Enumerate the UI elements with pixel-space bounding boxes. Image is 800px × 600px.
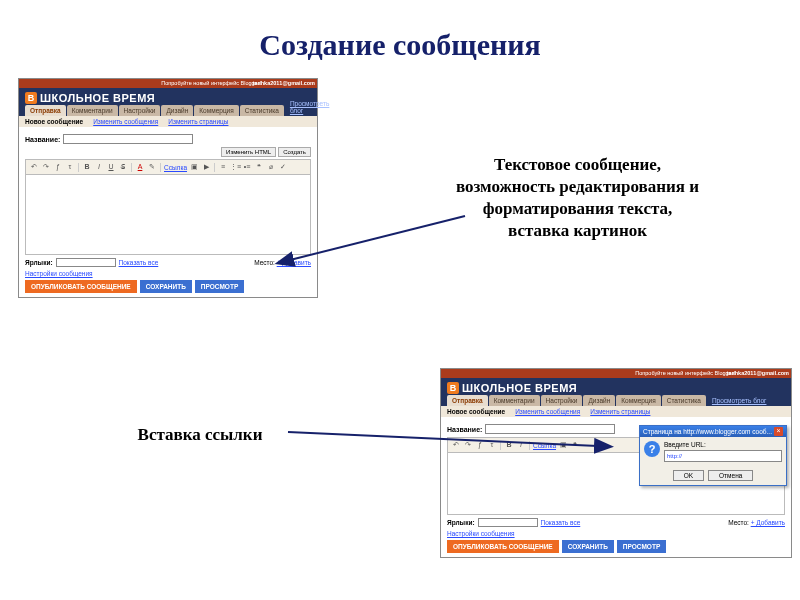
sub-edit-posts[interactable]: Изменить сообщения: [93, 118, 158, 125]
italic-icon[interactable]: I: [516, 440, 526, 450]
dialog-body: ? Введите URL:: [640, 437, 786, 466]
font-icon[interactable]: ƒ: [53, 162, 63, 172]
ok-button[interactable]: OK: [673, 470, 704, 481]
sub-new-post[interactable]: Новое сообщение: [25, 118, 83, 125]
url-input[interactable]: [664, 450, 782, 462]
tab-design[interactable]: Дизайн: [583, 395, 615, 406]
screenshot-link-dialog: Попробуйте новый интерфейс Blogger! tash…: [440, 368, 792, 558]
title-input[interactable]: [63, 134, 193, 144]
sub-edit-pages[interactable]: Изменить страницы: [168, 118, 228, 125]
underline-icon[interactable]: U: [106, 162, 116, 172]
spellcheck-icon[interactable]: ✓: [278, 162, 288, 172]
action-row: ОПУБЛИКОВАТЬ СООБЩЕНИЕ СОХРАНИТЬ ПРОСМОТ…: [447, 540, 785, 553]
annotation-text-editing: Текстовое сообщение, возможность редакти…: [455, 154, 700, 242]
subbar: Новое сообщение Изменить сообщения Измен…: [441, 406, 791, 417]
dialog-titlebar: Страница на http://www.blogger.com сооб.…: [640, 426, 786, 437]
tab-send[interactable]: Отправка: [447, 395, 488, 406]
tags-input[interactable]: [56, 258, 116, 267]
font-icon[interactable]: ƒ: [475, 440, 485, 450]
preview-button[interactable]: ПРОСМОТР: [195, 280, 244, 293]
fontsize-icon[interactable]: τ: [487, 440, 497, 450]
tab-comments[interactable]: Комментарии: [489, 395, 540, 406]
post-settings-link[interactable]: Настройки сообщения: [447, 530, 785, 537]
tags-row: Ярлыки: Показать все Место: + Добавить: [25, 258, 311, 267]
editor-textarea[interactable]: [25, 175, 311, 255]
sub-edit-pages[interactable]: Изменить страницы: [590, 408, 650, 415]
top-strip: Попробуйте новый интерфейс Blogger! tash…: [441, 369, 791, 378]
redo-icon[interactable]: ↷: [463, 440, 473, 450]
tab-send[interactable]: Отправка: [25, 105, 66, 116]
title-row: Название:: [25, 134, 311, 144]
title-input[interactable]: [485, 424, 615, 434]
tags-label: Ярлыки:: [25, 259, 53, 266]
save-button[interactable]: СОХРАНИТЬ: [562, 540, 614, 553]
edit-html-button[interactable]: Изменить HTML: [221, 147, 276, 157]
bulletlist-icon[interactable]: •≡: [242, 162, 252, 172]
tab-stats[interactable]: Статистика: [240, 105, 284, 116]
undo-icon[interactable]: ↶: [29, 162, 39, 172]
tab-stats[interactable]: Статистика: [662, 395, 706, 406]
place-label: Место:: [254, 259, 275, 266]
sub-edit-posts[interactable]: Изменить сообщения: [515, 408, 580, 415]
tabs: Отправка Комментарии Настройки Дизайн Ко…: [25, 98, 334, 116]
italic-icon[interactable]: I: [94, 162, 104, 172]
quote-icon[interactable]: ❝: [254, 162, 264, 172]
strike-icon[interactable]: S̶: [118, 162, 128, 172]
add-place-link[interactable]: + Добавить: [751, 519, 785, 526]
show-all-tags[interactable]: Показать все: [541, 519, 581, 526]
image-icon[interactable]: ▣: [189, 162, 199, 172]
redo-icon[interactable]: ↷: [41, 162, 51, 172]
top-strip: Попробуйте новый интерфейс Blogger! tash…: [19, 79, 317, 88]
tab-settings[interactable]: Настройки: [119, 105, 161, 116]
link-button[interactable]: Ссылка: [164, 164, 187, 171]
sub-new-post[interactable]: Новое сообщение: [447, 408, 505, 415]
bold-icon[interactable]: B: [504, 440, 514, 450]
bold-icon[interactable]: B: [82, 162, 92, 172]
remove-format-icon[interactable]: ⌀: [266, 162, 276, 172]
preview-button[interactable]: ПРОСМОТР: [617, 540, 666, 553]
tab-design[interactable]: Дизайн: [161, 105, 193, 116]
compose-button[interactable]: Создать: [278, 147, 311, 157]
view-blog-link[interactable]: Просмотреть блог: [285, 98, 334, 116]
publish-button[interactable]: ОПУБЛИКОВАТЬ СООБЩЕНИЕ: [447, 540, 559, 553]
highlight-icon[interactable]: ✎: [147, 162, 157, 172]
close-icon[interactable]: ×: [774, 427, 783, 436]
show-all-tags[interactable]: Показать все: [119, 259, 159, 266]
tab-comments[interactable]: Комментарии: [67, 105, 118, 116]
image-icon[interactable]: ▣: [558, 440, 568, 450]
video-icon[interactable]: ▶: [201, 162, 211, 172]
link-button[interactable]: Ссылка: [533, 442, 556, 449]
tab-commerce[interactable]: Коммерция: [616, 395, 660, 406]
tags-row: Ярлыки: Показать все Место: + Добавить: [447, 518, 785, 527]
view-blog-link[interactable]: Просмотреть блог: [707, 395, 772, 406]
try-new-link[interactable]: Попробуйте новый интерфейс Blogger!: [161, 79, 261, 88]
question-icon: ?: [644, 441, 660, 457]
tab-commerce[interactable]: Коммерция: [194, 105, 238, 116]
cancel-button[interactable]: Отмена: [708, 470, 753, 481]
tab-settings[interactable]: Настройки: [541, 395, 583, 406]
tags-input[interactable]: [478, 518, 538, 527]
toolbar: ↶ ↷ ƒ τ B I U S̶ A ✎ Ссылка ▣ ▶ ≡ ⋮≡ •≡ …: [25, 159, 311, 175]
add-place-link[interactable]: + Добавить: [277, 259, 311, 266]
numlist-icon[interactable]: ⋮≡: [230, 162, 240, 172]
user-email: tashka2011@gmail.com: [727, 369, 789, 378]
action-row: ОПУБЛИКОВАТЬ СООБЩЕНИЕ СОХРАНИТЬ ПРОСМОТ…: [25, 280, 311, 293]
url-dialog: Страница на http://www.blogger.com сооб.…: [639, 425, 787, 486]
undo-icon[interactable]: ↶: [451, 440, 461, 450]
header: B ШКОЛЬНОЕ ВРЕМЯ Отправка Комментарии На…: [441, 378, 791, 406]
content-area: Название: Изменить HTML Создать ↶ ↷ ƒ τ …: [19, 127, 317, 297]
align-icon[interactable]: ≡: [218, 162, 228, 172]
textcolor-icon[interactable]: A: [135, 162, 145, 172]
subbar: Новое сообщение Изменить сообщения Измен…: [19, 116, 317, 127]
mode-row: Изменить HTML Создать: [25, 147, 311, 157]
tabs: Отправка Комментарии Настройки Дизайн Ко…: [447, 395, 771, 406]
try-new-link[interactable]: Попробуйте новый интерфейс Blogger!: [635, 369, 735, 378]
dialog-label: Введите URL:: [664, 441, 782, 448]
fontsize-icon[interactable]: τ: [65, 162, 75, 172]
publish-button[interactable]: ОПУБЛИКОВАТЬ СООБЩЕНИЕ: [25, 280, 137, 293]
title-label: Название:: [447, 426, 482, 433]
save-button[interactable]: СОХРАНИТЬ: [140, 280, 192, 293]
post-settings-link[interactable]: Настройки сообщения: [25, 270, 311, 277]
quote-icon[interactable]: ❝: [570, 440, 580, 450]
slide-title: Создание сообщения: [0, 28, 800, 62]
